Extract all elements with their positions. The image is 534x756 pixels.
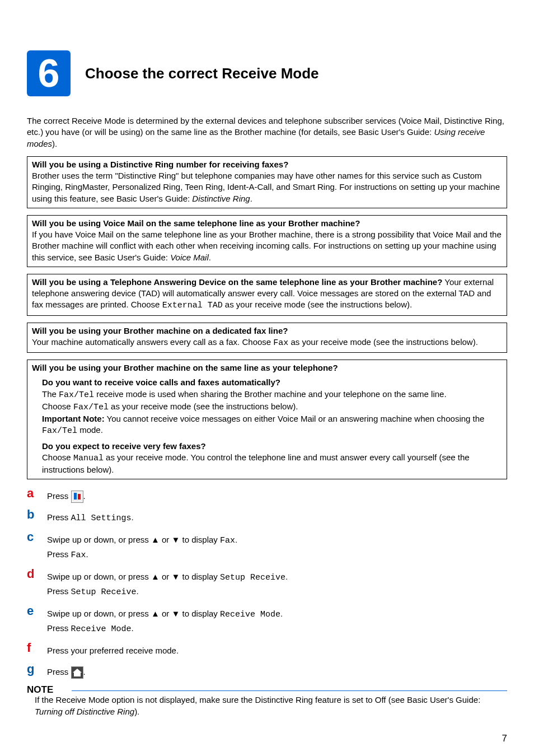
box4-mode: Fax	[273, 338, 288, 348]
question-4: Will you be using your Brother machine o…	[32, 325, 502, 337]
sub1-line1: The Fax/Tel receive mode is used when sh…	[42, 389, 502, 401]
question-2: Will you be using Voice Mail on the same…	[32, 218, 502, 229]
step-e: e Swipe up or down, or press ▲ or ▼ to d…	[27, 605, 507, 636]
box2-body-b: .	[209, 253, 211, 262]
section-header: 6 Choose the correct Receive Mode	[27, 50, 507, 96]
home-icon	[71, 666, 83, 679]
question-box-3: Will you be using a Telephone Answering …	[27, 274, 507, 316]
question-3: Will you be using a Telephone Answering …	[32, 277, 442, 287]
sub1-line2: Choose Fax/Tel as your receive mode (see…	[42, 401, 502, 413]
step-f: f Press your preferred receive mode.	[27, 642, 507, 657]
step-number-badge: 6	[27, 50, 71, 96]
question-box-1: Will you be using a Distinctive Ring num…	[27, 156, 507, 208]
step-d-body: Swipe up or down, or press ▲ or ▼ to dis…	[47, 568, 288, 599]
sub1-note: Important Note: You cannot receive voice…	[42, 413, 502, 437]
sub-question-1: Do you want to receive voice calls and f…	[32, 377, 502, 437]
step-letter-f: f	[27, 642, 47, 654]
note-body: If the Receive Mode option is not displa…	[27, 694, 507, 717]
step-b: b Press All Settings.	[27, 508, 507, 525]
step-letter-a: a	[27, 487, 47, 500]
note-rule	[72, 690, 507, 691]
intro-part-a: The correct Receive Mode is determined b…	[27, 116, 504, 137]
step-c: c Swipe up or down, or press ▲ or ▼ to d…	[27, 531, 507, 562]
question-box-5: Will you be using your Brother machine o…	[27, 360, 507, 479]
question-1: Will you be using a Distinctive Ring num…	[32, 159, 502, 170]
box2-body-a: If you have Voice Mail on the same telep…	[32, 230, 502, 262]
box1-body-b: .	[250, 194, 252, 203]
intro-text: The correct Receive Mode is determined b…	[27, 115, 507, 150]
step-number: 6	[38, 54, 60, 93]
box1-ref: Distinctive Ring	[192, 194, 250, 203]
step-a-body: Press .	[47, 487, 86, 503]
sub2-line1: Choose Manual as your receive mode. You …	[42, 452, 502, 476]
question-5: Will you be using your Brother machine o…	[32, 362, 502, 374]
box3-mode: External TAD	[162, 301, 223, 310]
box2-ref: Voice Mail	[170, 253, 209, 262]
step-g-body: Press .	[47, 663, 86, 679]
instruction-steps: a Press . b Press All Settings. c Swipe …	[27, 487, 507, 679]
note-title: NOTE	[27, 684, 65, 696]
step-d: d Swipe up or down, or press ▲ or ▼ to d…	[27, 568, 507, 599]
box4-body-a: Your machine automatically answers every…	[32, 337, 273, 347]
sub2-title: Do you expect to receive very few faxes?	[42, 441, 502, 452]
box3-body-b: as your receive mode (see the instructio…	[223, 300, 413, 309]
step-c-body: Swipe up or down, or press ▲ or ▼ to dis…	[47, 531, 237, 562]
question-box-2: Will you be using Voice Mail on the same…	[27, 215, 507, 267]
box4-body-b: as your receive mode (see the instructio…	[288, 337, 478, 347]
step-letter-d: d	[27, 568, 47, 580]
page-number: 7	[27, 733, 507, 744]
page: 6 Choose the correct Receive Mode The co…	[0, 0, 534, 756]
step-letter-c: c	[27, 531, 47, 543]
step-f-body: Press your preferred receive mode.	[47, 642, 179, 657]
intro-part-b: ).	[52, 139, 57, 148]
page-title: Choose the correct Receive Mode	[85, 65, 319, 82]
note-block: NOTE If the Receive Mode option is not d…	[27, 684, 507, 717]
box1-body-a: Brother uses the term "Distinctive Ring"…	[32, 171, 500, 203]
step-letter-b: b	[27, 508, 47, 521]
settings-icon	[71, 491, 83, 503]
sub1-title: Do you want to receive voice calls and f…	[42, 377, 502, 388]
question-box-4: Will you be using your Brother machine o…	[27, 323, 507, 353]
step-a: a Press .	[27, 487, 507, 503]
step-letter-g: g	[27, 663, 47, 675]
step-letter-e: e	[27, 605, 47, 617]
step-b-body: Press All Settings.	[47, 508, 134, 525]
step-g: g Press .	[27, 663, 507, 679]
step-e-body: Swipe up or down, or press ▲ or ▼ to dis…	[47, 605, 283, 636]
sub-question-2: Do you expect to receive very few faxes?…	[32, 441, 502, 476]
note-ref: Turning off Distinctive Ring	[35, 707, 134, 716]
